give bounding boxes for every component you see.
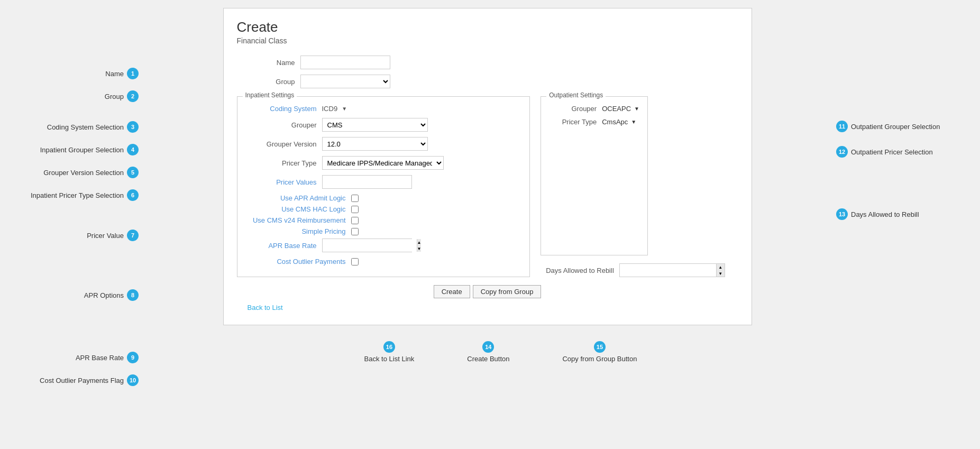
annotation-days-rebill: 13 Days Allowed to Rebill [832,204,980,224]
outpatient-grouper-label: Grouper [549,105,602,113]
outpatient-grouper-arrow: ▼ [634,106,639,112]
name-label: Name [237,59,300,67]
outpatient-grouper-value: OCEAPC [602,105,631,113]
outpatient-legend: Outpatient Settings [546,91,606,99]
cost-outlier-row: Cost Outlier Payments [245,258,522,265]
days-rebill-input[interactable]: 60 [620,264,716,277]
name-input[interactable] [300,56,390,69]
grouper-version-label: Grouper Version [245,140,322,148]
coding-system-arrow: ▼ [342,106,347,112]
page-subtitle: Financial Class [237,36,738,45]
pricer-values-row: Pricer Values [245,175,522,189]
apr-admit-row: Use APR Admit Logic [245,194,522,202]
apr-base-rate-up[interactable]: ▲ [417,239,422,245]
apr-base-rate-down[interactable]: ▼ [417,245,422,252]
annotation-group: Group 2 [0,86,143,106]
outpatient-pricer-row: Pricer Type CmsApc ▼ [549,118,639,126]
left-annotations: Name 1 Group 2 Coding System Selection 3… [0,0,143,449]
copy-btn-ann-label: Copy from Group Button [562,355,637,363]
annotation-grouper-version: Grouper Version Selection 5 [0,162,143,182]
apr-base-rate-input[interactable]: $5,000.00 [323,239,417,252]
settings-columns: Inpatient Settings Coding System ICD9 ▼ … [237,96,738,277]
pricer-type-label: Pricer Type [245,159,322,167]
days-rebill-up[interactable]: ▲ [717,264,725,270]
group-field-row: Group [237,75,738,88]
bottom-annotations: 16 Back to List Link 14 Create Button 15… [153,341,821,363]
days-rebill-row: Days Allowed to Rebill 60 ▲ ▼ [546,263,738,277]
simple-pricing-row: Simple Pricing [245,227,522,235]
grouper-row: Grouper CMS [245,118,522,132]
top-fields: Name Group [237,56,738,88]
use-cms-v24-checkbox[interactable] [351,217,359,224]
inpatient-settings-box: Inpatient Settings Coding System ICD9 ▼ … [237,96,530,277]
outpatient-settings-box: Outpatient Settings Grouper OCEAPC ▼ Pri… [541,96,648,255]
annotation-apr-options: APR Options 8 [0,285,143,305]
cost-outlier-label: Cost Outlier Payments [245,258,351,265]
simple-pricing-label: Simple Pricing [245,227,351,235]
back-to-list-ann-label: Back to List Link [364,355,415,363]
back-to-list-annotation: 16 Back to List Link [364,341,415,363]
use-cms-hac-label: Use CMS HAC Logic [245,205,351,213]
outpatient-pricer-value: CmsApc [602,118,628,126]
inpatient-legend: Inpatient Settings [243,91,297,99]
annotation-coding-system: Coding System Selection 3 [0,117,143,137]
apr-base-rate-label: APR Base Rate [245,242,322,250]
annotation-apr-base-rate: APR Base Rate 9 [0,347,143,368]
outpatient-pricer-label: Pricer Type [549,118,602,126]
annotation-pricer-type: Inpatient Pricer Type Selection 6 [0,185,143,205]
use-apr-label: Use APR Admit Logic [245,194,351,202]
pricer-type-select[interactable]: Medicare IPPS/Medicare Managed Care [322,156,444,170]
coding-system-label: Coding System [245,105,322,113]
grouper-version-row: Grouper Version 12.0 [245,137,522,151]
pricer-type-row: Pricer Type Medicare IPPS/Medicare Manag… [245,156,522,170]
days-rebill-spinner: 60 ▲ ▼ [619,263,725,277]
pricer-values-input[interactable] [322,175,412,189]
use-apr-checkbox[interactable] [351,195,359,202]
annotation-inpatient-grouper: Inpatient Grouper Selection 4 [0,140,143,160]
use-cms-hac-checkbox[interactable] [351,206,359,213]
apr-base-rate-spinner: $5,000.00 ▲ ▼ [322,239,412,252]
days-rebill-label: Days Allowed to Rebill [546,267,614,274]
cost-outlier-checkbox[interactable] [351,258,359,265]
coding-system-value: ICD9 [322,105,338,113]
annotation-outpatient-grouper: 11 Outpatient Grouper Selection [832,116,980,136]
name-field-row: Name [237,56,738,69]
annotation-outpatient-pricer: 12 Outpatient Pricer Selection [832,142,980,162]
copy-from-group-button[interactable]: Copy from Group [473,285,542,298]
page-title: Create [237,19,738,35]
form-container: Create Financial Class Name Group [223,8,752,325]
main-content: Create Financial Class Name Group [143,0,832,449]
annotation-name: Name 1 [0,63,143,84]
days-rebill-down[interactable]: ▼ [717,270,725,277]
group-label: Group [237,78,300,86]
grouper-label: Grouper [245,121,322,129]
cms-hac-row: Use CMS HAC Logic [245,205,522,213]
outpatient-pricer-arrow: ▼ [631,119,636,125]
use-cms-v24-label: Use CMS v24 Reimbursement [245,216,351,224]
right-annotations: 11 Outpatient Grouper Selection 12 Outpa… [832,0,980,449]
outpatient-grouper-row: Grouper OCEAPC ▼ [549,105,639,113]
action-buttons: Create Copy from Group [237,285,738,298]
back-to-list-link[interactable]: Back to List [248,304,283,311]
cms-v24-row: Use CMS v24 Reimbursement [245,216,522,224]
annotation-cost-outlier: Cost Outlier Payments Flag 10 [0,370,143,390]
coding-system-row: Coding System ICD9 ▼ [245,105,522,113]
apr-base-rate-row: APR Base Rate $5,000.00 ▲ ▼ [245,239,522,252]
group-select[interactable] [300,75,390,88]
create-button-annotation: 14 Create Button [467,341,509,363]
pricer-values-label: Pricer Values [245,178,322,186]
create-button[interactable]: Create [434,285,470,298]
simple-pricing-checkbox[interactable] [351,228,359,235]
grouper-version-select[interactable]: 12.0 [322,137,428,151]
copy-from-group-annotation: 15 Copy from Group Button [562,341,637,363]
annotation-pricer-value: Pricer Value 7 [0,225,143,245]
grouper-select[interactable]: CMS [322,118,428,132]
create-btn-ann-label: Create Button [467,355,509,363]
